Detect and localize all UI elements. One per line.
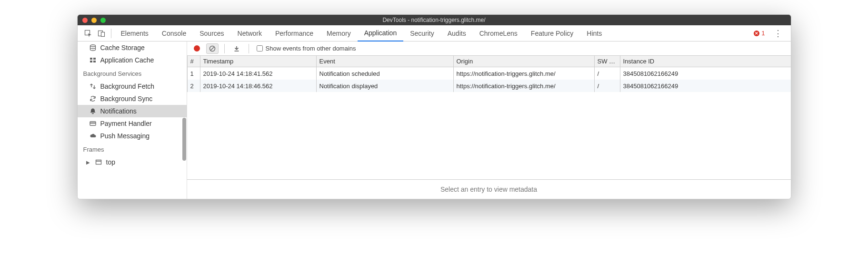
error-count[interactable]: ✕ 1 (750, 30, 768, 37)
svg-rect-10 (96, 160, 101, 165)
cell-instance: 3845081062166249 (620, 80, 791, 92)
table-header: # Timestamp Event Origin SW … Instance I… (187, 56, 791, 67)
th-instance[interactable]: Instance ID (620, 56, 791, 67)
checkbox-label: Show events from other domains (266, 45, 356, 52)
sidebar-item-frames-top[interactable]: ▶ top (78, 156, 187, 168)
tab-network[interactable]: Network (231, 25, 269, 41)
download-button[interactable] (230, 43, 243, 54)
sidebar-item-label: Application Cache (100, 56, 154, 64)
th-origin[interactable]: Origin (454, 56, 595, 67)
svg-line-13 (210, 47, 214, 51)
checkbox-input[interactable] (257, 45, 263, 52)
clear-button[interactable] (206, 43, 219, 54)
sidebar-item-cache-storage[interactable]: Cache Storage (78, 41, 187, 54)
database-icon (89, 44, 97, 52)
sidebar-item-label: Notifications (100, 107, 137, 115)
inspect-element-icon[interactable] (81, 27, 95, 40)
cell-origin: https://notification-triggers.glitch.me/ (454, 67, 595, 80)
sidebar-item-label: Payment Handler (100, 120, 152, 127)
cell-sw: / (595, 67, 620, 80)
cell-event: Notification scheduled (317, 67, 454, 80)
error-icon: ✕ (754, 31, 759, 36)
ban-icon (209, 45, 216, 52)
cloud-icon (89, 132, 97, 140)
transfer-icon (89, 82, 97, 90)
divider (249, 44, 249, 53)
cell-number: 2 (187, 80, 200, 92)
bell-icon (89, 107, 97, 115)
device-toggle-icon[interactable] (95, 27, 108, 40)
events-toolbar: Show events from other domains (187, 41, 791, 56)
sidebar-scrollbar[interactable] (182, 118, 186, 161)
divider (111, 29, 111, 38)
cell-timestamp: 2019-10-24 14:18:41.562 (200, 67, 317, 80)
sidebar-item-label: Background Fetch (100, 82, 155, 90)
tab-feature-policy[interactable]: Feature Policy (524, 25, 580, 41)
cell-number: 1 (187, 67, 200, 80)
main-pane: Show events from other domains # Timesta… (187, 41, 791, 199)
tab-hints[interactable]: Hints (580, 25, 609, 41)
sidebar-section-frames: Frames (78, 142, 187, 156)
th-timestamp[interactable]: Timestamp (200, 56, 317, 67)
zoom-window-button[interactable] (100, 18, 106, 23)
svg-rect-9 (90, 123, 96, 124)
error-count-value: 1 (761, 30, 765, 37)
devtools-window: DevTools - notification-triggers.glitch.… (77, 14, 791, 199)
svg-rect-4 (90, 58, 92, 60)
cell-instance: 3845081062166249 (620, 67, 791, 80)
close-window-button[interactable] (82, 18, 88, 23)
triangle-right-icon: ▶ (86, 160, 90, 165)
grid-icon (89, 56, 97, 64)
svg-rect-2 (101, 32, 104, 36)
svg-rect-6 (90, 61, 92, 62)
tab-audits[interactable]: Audits (441, 25, 473, 41)
panel-tabbar: Elements Console Sources Network Perform… (78, 25, 791, 41)
tab-elements[interactable]: Elements (114, 25, 155, 41)
frame-icon (95, 158, 102, 166)
sidebar-item-label: Cache Storage (100, 44, 145, 52)
more-menu-icon[interactable]: ⋮ (769, 28, 787, 39)
table-row[interactable]: 1 2019-10-24 14:18:41.562 Notification s… (187, 67, 791, 80)
tab-application[interactable]: Application (358, 25, 404, 41)
sidebar-item-label: Background Sync (100, 95, 153, 103)
minimize-window-button[interactable] (91, 18, 97, 23)
sidebar-section-bgservices: Background Services (78, 66, 187, 80)
sidebar-item-label: top (106, 158, 115, 166)
tab-console[interactable]: Console (155, 25, 193, 41)
record-button[interactable] (191, 43, 203, 54)
sidebar-item-background-sync[interactable]: Background Sync (78, 93, 187, 105)
window-controls (78, 18, 106, 23)
table-row[interactable]: 2 2019-10-24 14:18:46.562 Notification d… (187, 80, 791, 92)
window-title: DevTools - notification-triggers.glitch.… (78, 17, 791, 23)
card-icon (89, 120, 97, 127)
show-other-domains-checkbox[interactable]: Show events from other domains (257, 45, 356, 52)
sidebar: Cache Storage Application Cache Backgrou… (78, 41, 187, 199)
sidebar-item-notifications[interactable]: Notifications (78, 105, 187, 117)
panel-body: Cache Storage Application Cache Backgrou… (78, 41, 791, 199)
sync-icon (89, 95, 97, 103)
th-sw[interactable]: SW … (595, 56, 620, 67)
download-icon (233, 45, 240, 52)
record-dot-icon (194, 45, 200, 52)
sidebar-item-application-cache[interactable]: Application Cache (78, 54, 187, 66)
table-body: 1 2019-10-24 14:18:41.562 Notification s… (187, 67, 791, 179)
tab-sources[interactable]: Sources (193, 25, 230, 41)
sidebar-item-payment-handler[interactable]: Payment Handler (78, 117, 187, 130)
sidebar-item-label: Push Messaging (100, 132, 150, 140)
metadata-placeholder: Select an entry to view metadata (187, 180, 791, 199)
tab-performance[interactable]: Performance (269, 25, 320, 41)
sidebar-item-push-messaging[interactable]: Push Messaging (78, 130, 187, 142)
titlebar: DevTools - notification-triggers.glitch.… (78, 15, 791, 25)
cell-event: Notification displayed (317, 80, 454, 92)
svg-rect-7 (93, 61, 96, 62)
cell-timestamp: 2019-10-24 14:18:46.562 (200, 80, 317, 92)
cell-origin: https://notification-triggers.glitch.me/ (454, 80, 595, 92)
sidebar-item-background-fetch[interactable]: Background Fetch (78, 80, 187, 93)
divider (224, 44, 225, 53)
th-event[interactable]: Event (317, 56, 454, 67)
th-number[interactable]: # (187, 56, 200, 67)
tab-memory[interactable]: Memory (320, 25, 358, 41)
tab-chromelens[interactable]: ChromeLens (473, 25, 524, 41)
cell-sw: / (595, 80, 620, 92)
tab-security[interactable]: Security (403, 25, 441, 41)
